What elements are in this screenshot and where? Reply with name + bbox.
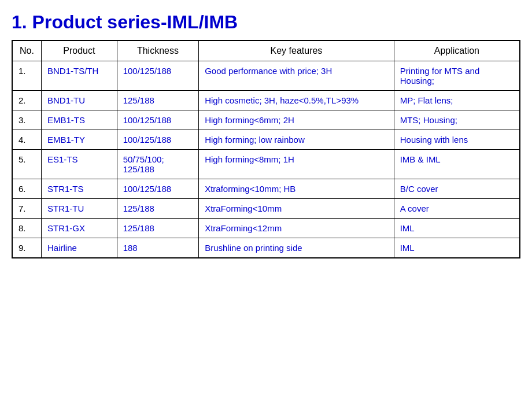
header-application: Application bbox=[394, 40, 520, 61]
table-row: 9.Hairline188Brushline on printing sideI… bbox=[12, 238, 520, 258]
cell-product: EMB1-TS bbox=[42, 110, 117, 130]
cell-application: B/C cover bbox=[394, 179, 520, 199]
table-row: 8.STR1-GX125/188XtraForming<12mmIML bbox=[12, 219, 520, 238]
cell-product: BND1-TS/TH bbox=[42, 61, 117, 91]
cell-no: 6. bbox=[12, 179, 42, 199]
cell-thickness: 100/125/188 bbox=[117, 130, 199, 150]
cell-thickness: 100/125/188 bbox=[117, 179, 199, 199]
table-row: 5.ES1-TS50/75/100; 125/188High forming<8… bbox=[12, 150, 520, 179]
cell-no: 8. bbox=[12, 219, 42, 238]
header-features: Key features bbox=[199, 40, 394, 61]
table-row: 7.STR1-TU125/188XtraForming<10mmA cover bbox=[12, 199, 520, 219]
cell-no: 2. bbox=[12, 91, 42, 110]
cell-thickness: 125/188 bbox=[117, 219, 199, 238]
cell-no: 9. bbox=[12, 238, 42, 258]
cell-product: BND1-TU bbox=[42, 91, 117, 110]
header-product: Product bbox=[42, 40, 117, 61]
cell-thickness: 100/125/188 bbox=[117, 110, 199, 130]
cell-features: Good performance with price; 3H bbox=[199, 61, 394, 91]
cell-features: XtraForming<12mm bbox=[199, 219, 394, 238]
cell-product: STR1-TU bbox=[42, 199, 117, 219]
cell-features: High forming; low rainbow bbox=[199, 130, 394, 150]
cell-application: IML bbox=[394, 219, 520, 238]
table-row: 1.BND1-TS/TH100/125/188Good performance … bbox=[12, 61, 520, 91]
cell-features: High cosmetic; 3H, haze<0.5%,TL>93% bbox=[199, 91, 394, 110]
cell-no: 7. bbox=[12, 199, 42, 219]
cell-no: 3. bbox=[12, 110, 42, 130]
cell-application: MP; Flat lens; bbox=[394, 91, 520, 110]
cell-application: MTS; Housing; bbox=[394, 110, 520, 130]
product-table: No. Product Thickness Key features Appli… bbox=[12, 40, 520, 258]
table-header-row: No. Product Thickness Key features Appli… bbox=[12, 40, 520, 61]
cell-product: EMB1-TY bbox=[42, 130, 117, 150]
cell-features: XtraForming<10mm bbox=[199, 199, 394, 219]
cell-features: High forming<6mm; 2H bbox=[199, 110, 394, 130]
table-row: 4.EMB1-TY100/125/188High forming; low ra… bbox=[12, 130, 520, 150]
cell-thickness: 50/75/100; 125/188 bbox=[117, 150, 199, 179]
cell-product: Hairline bbox=[42, 238, 117, 258]
cell-no: 5. bbox=[12, 150, 42, 179]
page-title: 1. Product series-IML/IMB bbox=[12, 12, 520, 33]
cell-thickness: 100/125/188 bbox=[117, 61, 199, 91]
cell-features: Brushline on printing side bbox=[199, 238, 394, 258]
cell-no: 1. bbox=[12, 61, 42, 91]
header-no: No. bbox=[12, 40, 42, 61]
cell-no: 4. bbox=[12, 130, 42, 150]
cell-features: High forming<8mm; 1H bbox=[199, 150, 394, 179]
cell-product: ES1-TS bbox=[42, 150, 117, 179]
cell-thickness: 188 bbox=[117, 238, 199, 258]
table-row: 2.BND1-TU125/188High cosmetic; 3H, haze<… bbox=[12, 91, 520, 110]
cell-application: A cover bbox=[394, 199, 520, 219]
table-row: 6.STR1-TS100/125/188Xtraforming<10mm; HB… bbox=[12, 179, 520, 199]
cell-thickness: 125/188 bbox=[117, 199, 199, 219]
cell-features: Xtraforming<10mm; HB bbox=[199, 179, 394, 199]
table-row: 3.EMB1-TS100/125/188High forming<6mm; 2H… bbox=[12, 110, 520, 130]
cell-application: Printing for MTS and Housing; bbox=[394, 61, 520, 91]
cell-product: STR1-GX bbox=[42, 219, 117, 238]
cell-thickness: 125/188 bbox=[117, 91, 199, 110]
cell-application: IMB & IML bbox=[394, 150, 520, 179]
cell-application: IML bbox=[394, 238, 520, 258]
header-thickness: Thickness bbox=[117, 40, 199, 61]
cell-application: Housing with lens bbox=[394, 130, 520, 150]
cell-product: STR1-TS bbox=[42, 179, 117, 199]
